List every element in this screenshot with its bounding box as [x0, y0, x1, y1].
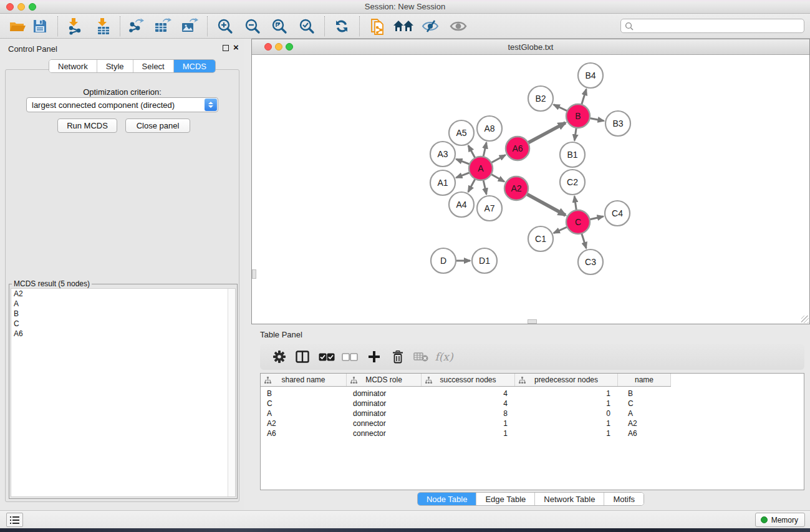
tab-network-table[interactable]: Network Table: [534, 493, 604, 505]
result-item[interactable]: A6: [11, 329, 235, 339]
close-panel-icon[interactable]: ×: [233, 42, 239, 53]
open-file-button[interactable]: [6, 16, 29, 37]
houses-icon: [393, 19, 414, 33]
node-label-C: C: [575, 217, 581, 227]
toolbar-separator: [324, 16, 325, 36]
home-pages-button[interactable]: [392, 16, 415, 37]
function-builder-button[interactable]: f(x): [435, 347, 453, 366]
table-row[interactable]: Bdominator41B: [261, 389, 671, 399]
toolbar-separator: [57, 16, 58, 36]
unselect-all-button[interactable]: [340, 347, 359, 366]
column-header-shared-name[interactable]: shared name: [261, 374, 347, 386]
cell-shared-name: A2: [261, 418, 347, 428]
show-details-button[interactable]: [447, 16, 470, 37]
toolbar-separator: [359, 16, 360, 36]
tab-mcds[interactable]: MCDS: [173, 60, 215, 72]
memory-button[interactable]: Memory: [755, 513, 805, 527]
node-label-D: D: [440, 256, 446, 266]
table-row[interactable]: Cdominator41C: [261, 399, 671, 409]
float-panel-icon[interactable]: [223, 45, 229, 51]
import-network-button[interactable]: [64, 16, 86, 37]
close-panel-label: Close panel: [137, 121, 180, 130]
node-label-B1: B1: [567, 150, 577, 160]
column-type-icon: [425, 377, 432, 384]
result-item[interactable]: B: [11, 309, 235, 319]
result-item[interactable]: A2: [11, 289, 235, 299]
cell-name: A: [618, 409, 671, 418]
column-header-name[interactable]: name: [618, 374, 671, 386]
table-row[interactable]: A6connector11A6: [261, 428, 671, 438]
run-mcds-button[interactable]: Run MCDS: [57, 118, 117, 133]
result-item[interactable]: C: [11, 319, 235, 329]
table-panel-title: Table Panel: [260, 330, 302, 339]
window-resize-grip[interactable]: [801, 316, 809, 323]
cell-successor-nodes: 4: [422, 389, 515, 399]
zoom-selected-button[interactable]: [296, 16, 318, 37]
delete-table-button[interactable]: [412, 347, 430, 366]
window-title: Session: New Session: [0, 2, 810, 11]
node-label-A7: A7: [484, 203, 494, 213]
network-from-file-button[interactable]: [367, 16, 390, 37]
table-header-row: shared nameMCDS rolesuccessor nodesprede…: [261, 374, 671, 387]
node-label-C1: C1: [535, 234, 546, 244]
save-session-button[interactable]: [29, 16, 51, 37]
mcds-result-list[interactable]: A2ABCA6: [11, 288, 236, 497]
tab-network[interactable]: Network: [49, 60, 97, 72]
cell-MCDS-role: dominator: [347, 409, 422, 418]
table-row[interactable]: A2connector11A2: [261, 418, 671, 428]
memory-status-icon: [761, 516, 768, 523]
export-image-button[interactable]: [178, 16, 201, 37]
criterion-value: largest connected component (directed): [32, 100, 175, 110]
criterion-select[interactable]: largest connected component (directed): [26, 97, 218, 112]
add-column-button[interactable]: [365, 347, 383, 366]
node-label-C3: C3: [585, 257, 596, 267]
network-window-titlebar[interactable]: testGlobe.txt: [252, 39, 809, 55]
export-table-button[interactable]: [152, 16, 174, 37]
cell-predecessor-nodes: 1: [515, 418, 618, 428]
import-table-button[interactable]: [92, 16, 115, 37]
application-window: Session: New Session: [0, 0, 810, 532]
network-canvas[interactable]: B4B2BB3A5A8A6A3B1AA1C2A2A4A7C4CC1C3DD1: [252, 56, 809, 324]
refresh-layout-button[interactable]: [330, 16, 353, 37]
cell-MCDS-role: dominator: [347, 389, 422, 399]
delete-column-button[interactable]: [388, 347, 407, 366]
unchecked-boxes-icon: [342, 353, 358, 361]
hide-details-button[interactable]: [419, 16, 441, 37]
node-label-B2: B2: [535, 94, 546, 104]
tab-node-table[interactable]: Node Table: [418, 493, 476, 505]
tab-style[interactable]: Style: [97, 60, 133, 72]
cell-shared-name: C: [261, 399, 347, 409]
tab-edge-table[interactable]: Edge Table: [476, 493, 534, 505]
tab-motifs[interactable]: Motifs: [604, 493, 644, 505]
table-row[interactable]: Adominator80A: [261, 409, 671, 418]
export-network-button[interactable]: [125, 16, 147, 37]
column-header-MCDS-role[interactable]: MCDS role: [347, 374, 422, 386]
zoom-out-icon: [244, 18, 261, 34]
node-label-A8: A8: [484, 123, 494, 133]
table-type-tabs: Node TableEdge TableNetwork TableMotifs: [417, 492, 644, 506]
zoom-in-button[interactable]: [214, 16, 236, 37]
cell-name: A6: [618, 428, 671, 438]
column-header-successor-nodes[interactable]: successor nodes: [422, 374, 515, 386]
eye-icon: [450, 19, 467, 33]
task-history-button[interactable]: [6, 513, 23, 527]
search-input[interactable]: [620, 19, 804, 33]
select-all-button[interactable]: [317, 347, 336, 366]
canvas-bottom-scrollbar[interactable]: [528, 319, 537, 324]
column-header-predecessor-nodes[interactable]: predecessor nodes: [515, 374, 618, 386]
canvas-left-scrollbar[interactable]: [252, 269, 256, 279]
zoom-out-button[interactable]: [241, 16, 264, 37]
table-settings-button[interactable]: [270, 347, 289, 366]
result-list-scrollbar[interactable]: [228, 289, 235, 496]
fx-icon: f(x): [435, 351, 453, 363]
save-floppy-icon: [32, 19, 47, 34]
network-view-window: testGlobe.txt B4B2BB3A5A8A6A3B1AA1C2A2A4…: [251, 39, 810, 324]
close-panel-button[interactable]: Close panel: [125, 118, 190, 133]
run-mcds-label: Run MCDS: [67, 121, 108, 130]
split-columns-button[interactable]: [293, 347, 312, 366]
eye-slash-icon: [422, 19, 439, 33]
result-item[interactable]: A: [11, 299, 235, 309]
tab-select[interactable]: Select: [133, 60, 173, 72]
node-label-B4: B4: [585, 70, 595, 80]
zoom-fit-button[interactable]: [268, 16, 291, 37]
